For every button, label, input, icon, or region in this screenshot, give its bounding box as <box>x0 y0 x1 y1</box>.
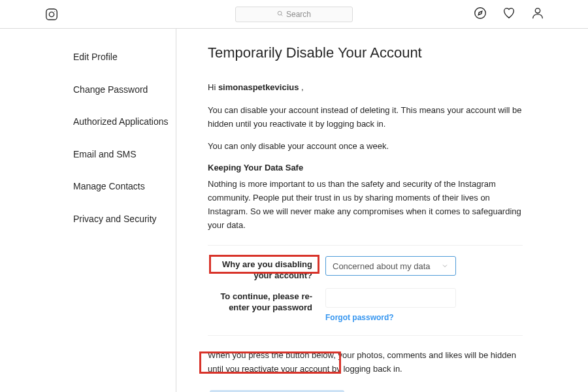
forgot-password-link[interactable]: Forgot password? <box>325 313 394 322</box>
sidebar-item-label: Manage Contacts <box>73 181 145 191</box>
safe-heading: Keeping Your Data Safe <box>208 163 523 172</box>
settings-sidebar: Edit Profile Change Password Authorized … <box>39 29 176 392</box>
search-placeholder: Search <box>286 10 311 19</box>
reason-select[interactable]: Concerned about my data <box>325 256 456 276</box>
svg-point-1 <box>49 12 54 16</box>
svg-rect-0 <box>46 8 57 20</box>
content: Edit Profile Change Password Authorized … <box>0 29 588 392</box>
svg-point-2 <box>54 10 55 11</box>
heart-icon[interactable] <box>502 6 516 22</box>
svg-marker-6 <box>478 11 482 15</box>
chevron-down-icon <box>441 262 449 270</box>
svg-point-7 <box>535 8 540 13</box>
logo[interactable] <box>39 7 170 22</box>
search-icon <box>277 10 284 19</box>
explore-icon[interactable] <box>473 6 487 22</box>
password-label: To continue, please re-enter your passwo… <box>208 288 325 314</box>
final-note: When you press the button below, your ph… <box>208 349 523 376</box>
sidebar-item-label: Change Password <box>73 84 148 95</box>
password-input[interactable] <box>325 288 456 308</box>
sidebar-item-label: Authorized Applications <box>73 116 169 127</box>
reason-value: Concerned about my data <box>333 261 431 271</box>
sidebar-item-authorized-apps[interactable]: Authorized Applications <box>39 109 176 135</box>
top-nav: Search <box>0 0 588 29</box>
sidebar-item-change-password[interactable]: Change Password <box>39 77 176 103</box>
search-wrap: Search <box>235 7 353 22</box>
sidebar-item-label: Privacy and Security <box>73 214 157 224</box>
greeting: Hi simonaspetkevicius , <box>208 81 523 95</box>
username: simonaspetkevicius <box>218 82 299 92</box>
page-title: Temporarily Disable Your Account <box>208 44 523 61</box>
sidebar-item-manage-contacts[interactable]: Manage Contacts <box>39 174 176 200</box>
svg-point-3 <box>278 11 282 15</box>
main-panel: Temporarily Disable Your Account Hi simo… <box>176 29 549 392</box>
svg-line-4 <box>281 14 282 16</box>
svg-point-5 <box>475 8 486 19</box>
sidebar-item-label: Email and SMS <box>73 149 136 159</box>
divider <box>208 335 523 336</box>
sidebar-item-edit-profile[interactable]: Edit Profile <box>39 44 176 71</box>
reason-row: Why are you disabling your account? Conc… <box>208 256 523 282</box>
info-paragraph-3: Nothing is more important to us than the… <box>208 178 523 232</box>
sidebar-item-label: Edit Profile <box>73 52 118 62</box>
search-input[interactable]: Search <box>235 7 353 22</box>
sidebar-item-email-sms[interactable]: Email and SMS <box>39 142 176 168</box>
sidebar-item-privacy-security[interactable]: Privacy and Security <box>39 206 176 233</box>
divider <box>208 245 523 246</box>
info-paragraph-1: You can disable your account instead of … <box>208 104 523 131</box>
profile-icon[interactable] <box>531 6 545 22</box>
info-paragraph-2: You can only disable your account once a… <box>208 140 523 154</box>
reason-label: Why are you disabling your account? <box>208 256 325 282</box>
password-row: To continue, please re-enter your passwo… <box>208 288 523 322</box>
instagram-icon <box>44 7 59 22</box>
nav-icons <box>473 6 545 22</box>
